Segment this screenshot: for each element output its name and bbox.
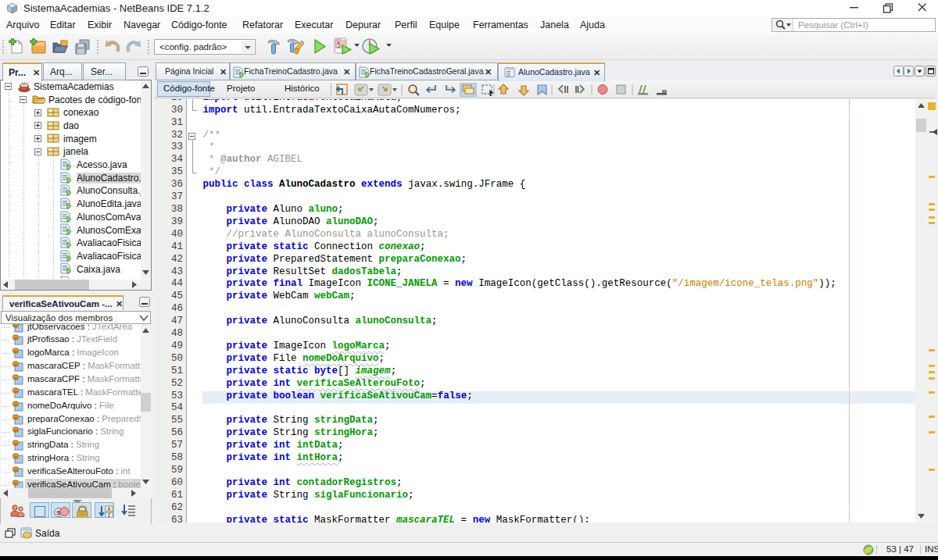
svg-text:3: 3 [337, 43, 340, 48]
svg-text:A: A [107, 506, 111, 512]
svg-text:Z: Z [108, 512, 111, 518]
